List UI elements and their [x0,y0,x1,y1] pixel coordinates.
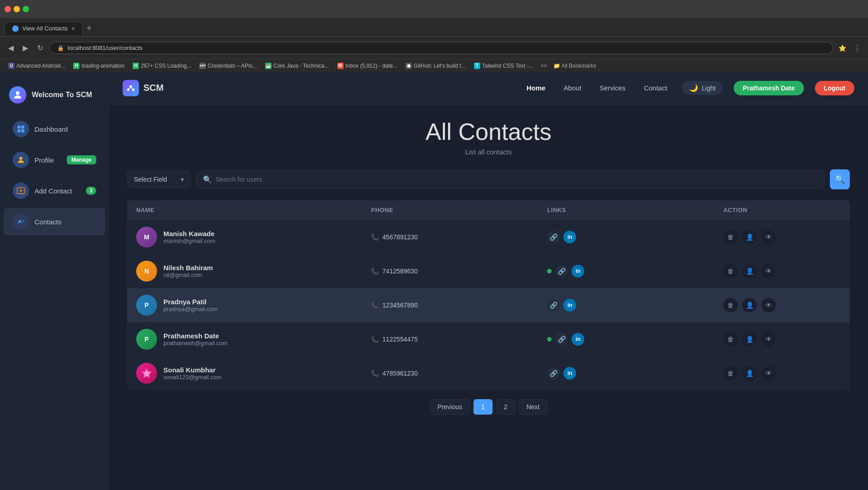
sidebar-item-profile[interactable]: Profile Manage [4,146,105,173]
delete-button-1[interactable]: 🗑 [723,230,738,244]
contact-info-2: N Nilesh Bahiram nil@gmail.com [136,261,371,282]
sidebar-item-add-contact[interactable]: Add Contact 3 [4,177,105,204]
welcome-avatar [9,86,26,104]
link-icon-1[interactable]: 🔗 [547,231,560,243]
svg-point-13 [132,88,135,91]
forward-button[interactable]: ▶ [20,42,31,54]
select-field-dropdown[interactable]: Select Field ▾ [127,171,191,188]
bookmark-icon-4: API [199,63,206,69]
nav-link-about[interactable]: About [560,82,585,94]
view-button-2[interactable]: 👁 [761,264,776,278]
contacts-label: Contacts [35,218,61,226]
linkedin-icon-5[interactable]: in [563,367,576,380]
linkedin-icon-4[interactable]: in [572,333,584,346]
view-button-5[interactable]: 👁 [761,366,776,381]
main-content: SCM Home About Services Contact 🌙 Light … [109,72,868,490]
nav-link-home[interactable]: Home [523,82,549,94]
user-profile-button[interactable]: Prathamesh Date [734,81,804,95]
linkedin-icon-1[interactable]: in [563,231,576,243]
phone-icon-1: 📞 [371,233,379,241]
address-bar[interactable]: 🔒 localhost:8081/user/contacts [49,42,833,54]
view-button-3[interactable]: 👁 [761,298,776,312]
bookmark-4[interactable]: API Credentials – APIs... [197,62,260,70]
delete-button-3[interactable]: 🗑 [723,298,738,312]
link-icon-4[interactable]: 🔗 [555,333,568,346]
bookmark-label-8: Tailwind CSS Text -... [482,63,533,69]
edit-button-2[interactable]: 👤 [742,264,757,278]
bookmark-2[interactable]: H loading-animation [70,62,127,70]
refresh-button[interactable]: ↻ [35,42,46,54]
delete-button-4[interactable]: 🗑 [723,332,738,346]
maximize-window-button[interactable] [23,6,29,12]
delete-button-2[interactable]: 🗑 [723,264,738,278]
search-icon: 🔍 [203,175,212,184]
nav-link-services[interactable]: Services [596,82,630,94]
view-button-4[interactable]: 👁 [761,332,776,346]
svg-rect-9 [17,218,25,224]
bookmark-8[interactable]: T Tailwind CSS Text -... [471,62,536,70]
search-input[interactable] [216,176,818,183]
svg-point-5 [20,157,23,160]
profile-manage-badge[interactable]: Manage [67,155,96,164]
more-tools-icon: ⋮ [852,42,863,54]
phone-icon-3: 📞 [371,302,379,309]
page-2-button[interactable]: 2 [496,399,515,415]
bookmark-3[interactable]: H 267+ CSS Loading... [130,62,194,70]
contacts-table: NAME PHONE LINKS ACTION M Manish Kawade … [127,200,850,390]
linkedin-icon-3[interactable]: in [563,299,576,312]
links-5: 🔗 in [547,367,723,380]
bookmark-icon-5: ☕ [265,63,271,69]
bookmark-1[interactable]: U Advanced Android... [5,62,68,70]
chevron-down-icon: ▾ [181,176,184,183]
nav-link-contact[interactable]: Contact [640,82,671,94]
svg-rect-1 [18,126,21,129]
linkedin-icon-2[interactable]: in [572,265,584,277]
back-button[interactable]: ◀ [5,42,16,54]
svg-point-11 [129,85,132,88]
tab-title: View All Contacts [22,25,68,32]
active-tab[interactable]: View All Contacts × [5,22,83,35]
svg-point-0 [16,91,20,95]
link-icon-2[interactable]: 🔗 [555,265,568,277]
bookmark-icon-1: U [8,63,15,69]
minimize-window-button[interactable] [14,6,20,12]
bookmark-7[interactable]: ◉ GitHub: Let's build f... [403,62,468,70]
svg-line-15 [131,88,133,89]
edit-button-1[interactable]: 👤 [742,230,757,244]
sidebar-item-contacts[interactable]: Contacts [4,208,105,235]
sidebar-item-dashboard[interactable]: Dashboard [4,115,105,143]
link-icon-5[interactable]: 🔗 [547,367,560,380]
view-button-1[interactable]: 👁 [761,230,776,244]
edit-button-5[interactable]: 👤 [742,366,757,381]
bookmark-5[interactable]: ☕ Core Java - Technica... [262,62,332,70]
table-row: N Nilesh Bahiram nil@gmail.com 📞 7412589… [127,254,850,288]
contact-name-3: Pradnya Patil [163,298,217,306]
close-window-button[interactable] [5,6,11,12]
delete-button-5[interactable]: 🗑 [723,366,738,381]
logout-button[interactable]: Logout [815,81,854,95]
theme-toggle[interactable]: 🌙 Light [682,81,723,95]
theme-label: Light [702,84,715,92]
link-icon-3[interactable]: 🔗 [547,299,560,312]
select-field-label: Select Field [134,176,167,183]
page-1-button[interactable]: 1 [473,399,493,415]
all-bookmarks[interactable]: 📁 All Bookmarks [553,63,596,69]
phone-5: 📞 4785961230 [371,370,547,377]
previous-page-button[interactable]: Previous [430,399,470,415]
add-contact-icon [13,183,29,199]
bookmark-label-3: 267+ CSS Loading... [141,63,191,69]
new-tab-button[interactable]: + [83,21,95,35]
bookmark-icon-7: ◉ [405,63,412,69]
bookmark-label-4: Credentials – APIs... [207,63,257,69]
bookmark-6[interactable]: M Inbox (5,912) - date... [335,62,400,70]
search-button[interactable]: 🔍 [830,169,850,189]
theme-icon: 🌙 [689,84,698,92]
more-bookmarks[interactable]: >> [541,63,547,69]
phone-1: 📞 4567891230 [371,233,547,241]
next-page-button[interactable]: Next [519,399,547,415]
bookmarks-bar: U Advanced Android... H loading-animatio… [0,59,868,72]
close-tab-button[interactable]: × [71,25,75,32]
contact-email-3: pradnya@gmail.com [163,306,217,312]
edit-button-3[interactable]: 👤 [742,298,757,312]
edit-button-4[interactable]: 👤 [742,332,757,346]
